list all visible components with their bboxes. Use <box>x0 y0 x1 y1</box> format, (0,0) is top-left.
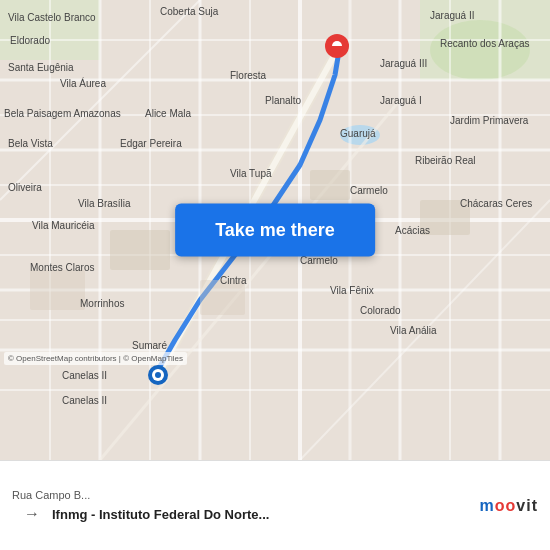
svg-rect-35 <box>200 280 245 315</box>
moovit-logo-area: moovit <box>480 497 538 515</box>
take-me-there-button[interactable]: Take me there <box>175 204 375 257</box>
route-arrow-icon: → <box>24 505 40 523</box>
from-label: Rua Campo B... <box>12 489 480 501</box>
map-container: Vila Castelo BrancoCoberta SujaJaraguá I… <box>0 0 550 460</box>
to-label: Ifnmg - Instituto Federal Do Norte... <box>52 507 269 522</box>
svg-rect-33 <box>420 200 470 235</box>
moovit-logo: moovit <box>480 497 538 515</box>
map-copyright: © OpenStreetMap contributors | © OpenMap… <box>4 352 187 365</box>
svg-point-41 <box>155 372 161 378</box>
svg-rect-32 <box>310 170 350 200</box>
route-info: Rua Campo B... → Ifnmg - Instituto Feder… <box>12 489 480 523</box>
svg-point-3 <box>430 20 530 80</box>
bottom-bar: Rua Campo B... → Ifnmg - Instituto Feder… <box>0 460 550 550</box>
svg-rect-34 <box>30 270 85 310</box>
svg-point-4 <box>340 125 380 145</box>
svg-rect-31 <box>110 230 170 270</box>
